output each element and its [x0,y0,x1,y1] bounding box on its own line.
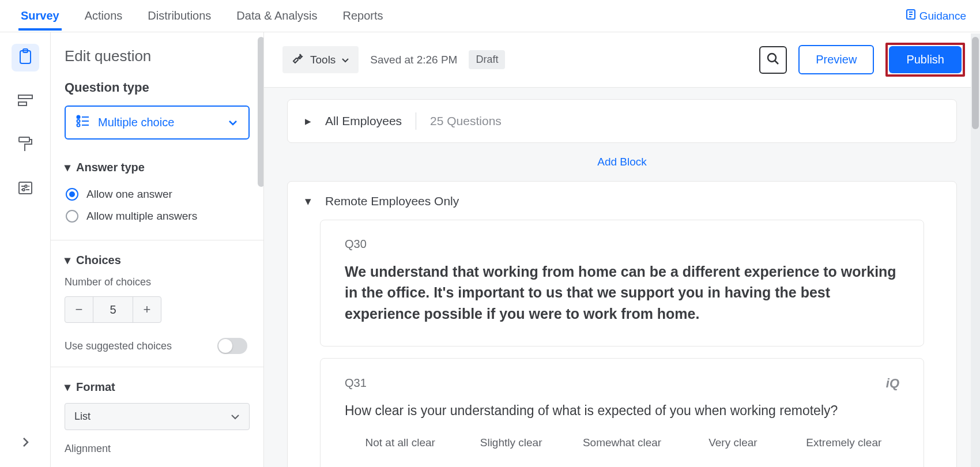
block-name: Remote Employees Only [325,194,459,208]
guidance-icon [906,9,916,23]
choices-section-toggle[interactable]: ▾ Choices [65,253,250,267]
tools-button[interactable]: Tools [282,46,359,73]
svg-point-12 [768,54,776,62]
paint-roller-icon [18,136,33,155]
survey-canvas: Tools Saved at 2:26 PM Draft Preview Pub… [264,32,980,467]
question-type-heading: Question type [65,80,250,95]
format-heading: Format [76,381,115,394]
preview-button[interactable]: Preview [798,45,874,74]
rail-options-button[interactable] [12,175,39,203]
tools-label: Tools [310,54,336,66]
radio-allow-one-answer[interactable]: Allow one answer [65,183,250,205]
choices-heading: Choices [76,254,121,267]
tab-reports[interactable]: Reports [340,1,385,31]
number-of-choices-label: Number of choices [65,276,250,288]
format-select[interactable]: List [65,403,250,430]
canvas-body: ▸ All Employees 25 Questions Add Block ▾… [264,88,980,467]
caret-down-icon[interactable]: ▾ [305,194,311,208]
edit-question-panel: Edit question Question type Multiple cho… [51,32,264,467]
sliders-icon [18,181,33,197]
question-q30[interactable]: Q30 We understand that working from home… [320,220,924,347]
add-block-button[interactable]: Add Block [287,143,957,181]
chevron-right-icon [21,440,29,450]
suggested-choices-label: Use suggested choices [65,340,172,352]
page-scrollbar[interactable] [971,33,980,467]
chevron-down-icon [228,116,238,129]
rail-expand-button[interactable] [21,436,29,451]
svg-point-8 [22,189,25,191]
question-type-select[interactable]: Multiple choice [65,106,250,140]
search-button[interactable] [759,46,787,74]
radio-label: Allow one answer [86,188,172,201]
question-type-value: Multiple choice [98,116,174,129]
tab-actions[interactable]: Actions [82,1,125,31]
choices-stepper: − 5 + [65,296,161,323]
question-id: Q30 [345,238,899,251]
guidance-link[interactable]: Guidance [906,9,966,23]
radio-unchecked-icon [66,210,78,223]
canvas-toolbar: Tools Saved at 2:26 PM Draft Preview Pub… [264,32,980,88]
format-section-toggle[interactable]: ▾ Format [65,380,250,394]
caret-down-icon: ▾ [65,160,70,174]
answer-type-heading: Answer type [76,161,145,174]
likert-option[interactable]: Somewhat clear [567,436,677,449]
likert-option[interactable]: Not at all clear [345,436,455,449]
likert-scale: Not at all clear Slightly clear Somewhat… [345,436,899,449]
rail-builder-button[interactable] [12,44,39,71]
suggested-choices-toggle[interactable] [217,338,247,354]
caret-down-icon: ▾ [65,253,70,267]
tab-survey[interactable]: Survey [18,1,62,31]
tab-distributions[interactable]: Distributions [145,1,213,31]
likert-option[interactable]: Very clear [677,436,788,449]
publish-button[interactable]: Publish [889,46,962,73]
radio-checked-icon [66,188,78,201]
likert-option[interactable]: Slightly clear [455,436,566,449]
svg-rect-5 [19,137,29,142]
rail-flow-button[interactable] [12,88,39,115]
svg-rect-4 [18,102,27,106]
caret-right-icon[interactable]: ▸ [305,114,311,128]
radio-allow-multiple-answers[interactable]: Allow multiple answers [65,205,250,227]
radio-label: Allow multiple answers [86,210,197,223]
search-icon [766,52,780,68]
svg-point-9 [77,116,80,119]
block-name: All Employees [325,114,402,128]
question-q31[interactable]: Q31 iQ How clear is your understanding o… [320,358,924,467]
publish-highlight: Publish [885,43,965,77]
svg-point-10 [77,120,80,123]
chevron-down-icon [231,410,240,423]
draft-badge: Draft [469,50,505,69]
panel-scrollbar[interactable] [258,37,264,187]
block-remote-employees[interactable]: ▾ Remote Employees Only Q30 We understan… [287,181,957,467]
block-question-count: 25 Questions [430,114,502,128]
left-rail [0,32,51,467]
format-value: List [74,410,91,423]
chevron-down-icon [341,54,349,66]
svg-point-7 [25,185,27,187]
block-all-employees[interactable]: ▸ All Employees 25 Questions [287,99,957,143]
top-nav-tabs: Survey Actions Distributions Data & Anal… [7,1,385,31]
iq-badge: iQ [886,376,899,391]
guidance-label: Guidance [919,10,966,22]
alignment-label: Alignment [65,443,250,455]
choices-increment-button[interactable]: + [133,297,161,322]
likert-option[interactable]: Extremely clear [789,436,899,449]
edit-panel-title: Edit question [65,47,250,65]
multiple-choice-icon [76,115,90,130]
answer-type-section-toggle[interactable]: ▾ Answer type [65,160,250,174]
caret-down-icon: ▾ [65,380,70,394]
question-text: We understand that working from home can… [345,261,899,324]
svg-point-11 [77,124,80,127]
rail-look-feel-button[interactable] [12,131,39,159]
clipboard-icon [18,48,33,67]
svg-rect-3 [18,95,32,99]
page-scrollbar-thumb[interactable] [972,37,979,129]
svg-rect-6 [19,182,32,194]
saved-timestamp: Saved at 2:26 PM [370,54,457,66]
tab-data-analysis[interactable]: Data & Analysis [234,1,319,31]
flow-icon [17,94,33,109]
choices-count-value: 5 [93,297,133,322]
choices-decrement-button[interactable]: − [65,297,93,322]
top-nav: Survey Actions Distributions Data & Anal… [0,0,980,32]
wrench-icon [292,52,304,67]
